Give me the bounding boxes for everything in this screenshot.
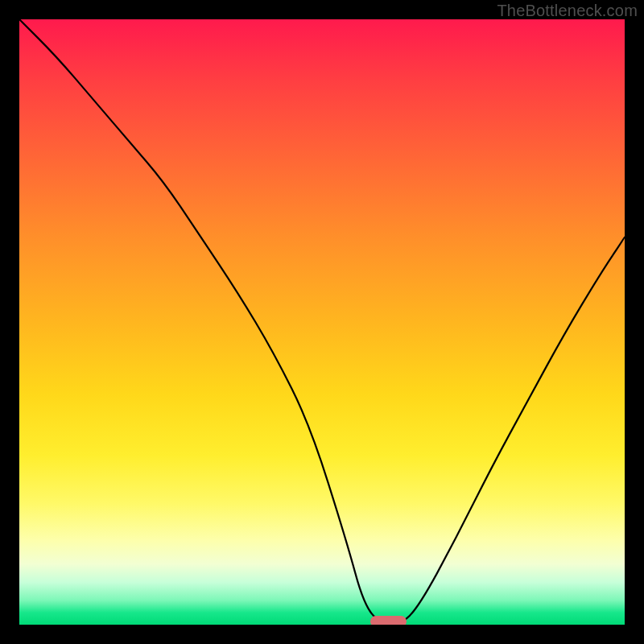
- plot-area: [19, 19, 625, 625]
- watermark-text: TheBottleneck.com: [497, 2, 638, 20]
- heat-gradient-background: [19, 19, 625, 625]
- chart-frame: TheBottleneck.com: [0, 0, 644, 644]
